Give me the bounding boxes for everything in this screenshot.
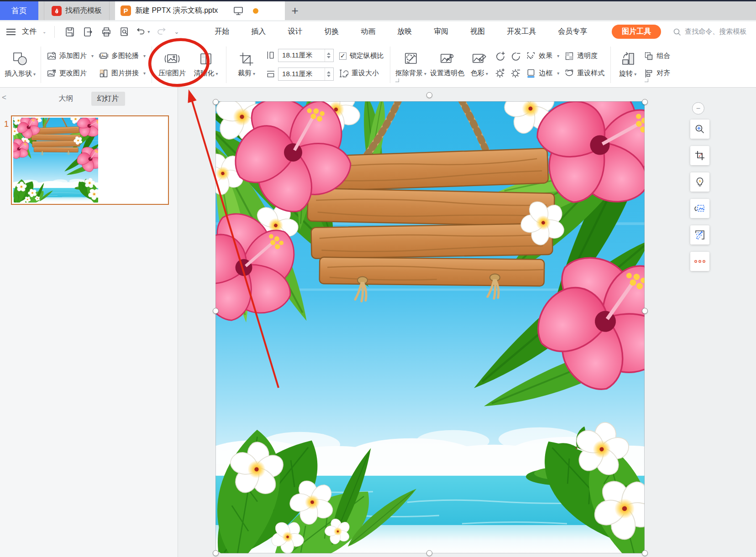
file-menu[interactable]: 文件 [22,27,37,36]
group-dialog-launcher[interactable] [395,78,399,82]
decrease-brightness-button[interactable] [509,67,522,79]
add-picture-button[interactable]: 添加图片▾ [47,50,94,62]
save-button[interactable] [63,25,77,39]
picture-collage-label: 图片拼接 [111,69,139,78]
decrease-contrast-button[interactable] [509,50,522,63]
insert-shape-label: 插入形状▾ [5,69,36,78]
smart-beautify-button[interactable] [690,225,709,245]
print-button[interactable] [100,25,113,39]
align-button[interactable]: 对齐 [644,68,670,79]
reset-size-button[interactable]: 重设大小 [339,68,384,79]
collapse-panel-button[interactable]: < [2,93,6,102]
tab-slides[interactable]: 幻灯片 [91,92,125,106]
tab-animation[interactable]: 动画 [350,22,386,42]
selected-picture[interactable] [215,101,645,553]
undo-button[interactable]: ▾ [136,25,150,39]
tab-transition[interactable]: 切换 [313,22,350,42]
increase-brightness-button[interactable] [494,67,507,79]
slide-thumbnail[interactable] [11,115,169,205]
transparency-label: 透明度 [577,52,598,60]
resize-handle-top-center[interactable] [426,92,432,98]
resize-handle-middle-left[interactable] [213,308,219,314]
effects-label: 效果 [539,52,552,60]
export-button[interactable] [81,25,95,39]
smart-tips-button[interactable] [690,172,709,192]
crop-button[interactable]: 裁剪▾ [230,45,263,85]
multi-picture-carousel-button[interactable]: 多图轮播▾ [99,50,146,62]
resize-handle-top-right[interactable] [642,99,648,105]
tab-membership[interactable]: 会员专享 [547,22,598,42]
tab-slideshow[interactable]: 放映 [386,22,423,42]
tab-design[interactable]: 设计 [277,22,313,42]
resize-handle-bottom-left[interactable] [213,550,219,556]
tab-document[interactable]: P 新建 PPTX 演示文稿.pptx [115,1,285,20]
color-button[interactable]: 色彩▾ [466,45,493,85]
tab-view[interactable]: 视图 [459,22,496,42]
insert-shape-button[interactable]: 插入形状▾ [3,45,37,85]
width-input[interactable]: 18.11厘米 [278,68,334,81]
more-tools-button[interactable] [690,252,709,271]
compress-picture-button[interactable]: 压缩图片 [155,45,189,85]
color-label: 色彩▾ [471,69,488,78]
height-input[interactable]: 18.11厘米 [278,49,334,62]
change-picture-button[interactable]: 更改图片 [47,68,94,79]
tab-review[interactable]: 审阅 [423,22,459,42]
height-spinner[interactable] [325,49,332,62]
height-value: 18.11厘米 [282,51,312,60]
tab-dev-tools[interactable]: 开发工具 [496,22,547,42]
redo-button[interactable] [154,25,168,39]
zoom-button[interactable] [690,120,709,139]
checkbox-checked-icon [339,52,346,60]
group-button[interactable]: 组合 [644,50,670,62]
lock-aspect-ratio-checkbox[interactable]: 锁定纵横比 [339,50,384,62]
width-spinner[interactable] [325,68,332,80]
divider [226,47,226,83]
plus-icon: + [291,4,298,18]
divider [41,47,41,83]
reset-style-button[interactable]: 重设样式 [565,68,604,79]
present-on-display-icon[interactable] [233,6,244,16]
set-transparent-color-button[interactable]: 设置透明色 [428,45,466,85]
tab-start[interactable]: 开始 [204,22,240,42]
resize-handle-bottom-center[interactable] [426,550,432,556]
tab-home-label: 首页 [11,5,27,16]
collapse-toolbar-button[interactable]: − [692,102,704,115]
border-button[interactable]: 边框▾ [526,68,559,79]
transparency-button[interactable]: 透明度 [565,50,604,62]
new-tab-button[interactable]: + [285,1,305,20]
picture-collage-button[interactable]: 图片拼接▾ [99,68,146,79]
toolbar-options-chevron-icon[interactable]: ⌄ [174,28,179,35]
divider [390,47,390,83]
replace-image-button[interactable] [690,199,709,218]
tab-outline[interactable]: 大纲 [53,92,79,106]
rotate-label: 旋转▾ [619,69,636,78]
hamburger-icon[interactable] [6,29,16,35]
resize-handle-middle-right[interactable] [642,308,648,314]
command-search-input[interactable]: 查找命令、搜索模板 [673,27,746,36]
crop-tool-button[interactable] [690,146,709,165]
rotate-button[interactable]: 旋转▾ [614,45,641,85]
tab-home[interactable]: 首页 [0,1,38,20]
clarify-button[interactable]: 清晰化▾ [189,45,223,85]
slide-panel: < 大纲 幻灯片 1 [0,88,178,557]
tab-insert[interactable]: 插入 [240,22,277,42]
chevron-down-icon[interactable]: ⌄ [42,29,46,34]
tab-picture-tools[interactable]: 图片工具 [612,25,661,39]
resize-handle-bottom-right[interactable] [642,550,648,556]
tab-docer-templates[interactable]: 找稻壳模板 [44,1,110,20]
group-dialog-launcher[interactable] [645,78,648,82]
slide-thumbnail-image [13,118,98,203]
multi-carousel-label: 多图轮播 [111,52,139,60]
resize-handle-top-left[interactable] [213,99,219,105]
menu-bar: 文件 ⌄ ▾ ⌄ 开始 插入 设计 切换 动画 放映 审阅 视图 开发工具 会员… [0,21,756,42]
unsaved-dot-icon [253,8,258,14]
print-preview-button[interactable] [118,25,131,39]
search-icon [673,28,681,36]
increase-contrast-button[interactable] [494,50,507,63]
divider [54,26,55,38]
divider [152,47,152,83]
reset-size-label: 重设大小 [352,69,379,78]
effects-button[interactable]: 效果▾ [526,50,559,62]
change-picture-label: 更改图片 [59,69,87,78]
compress-picture-label: 压缩图片 [158,69,186,78]
